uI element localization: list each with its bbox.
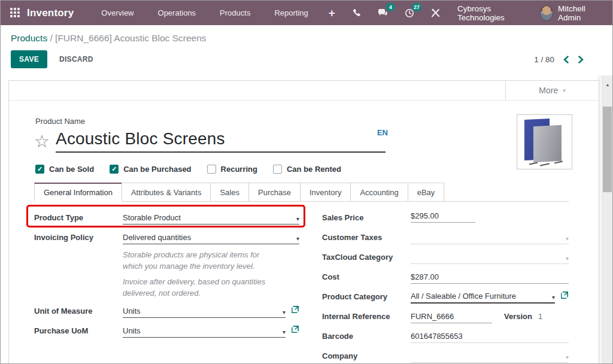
chevron-down-icon: ▾: [562, 354, 569, 360]
breadcrumb-current: [FURN_6666] Acoustic Bloc Screens: [55, 33, 206, 43]
checkbox-can-be-purchased[interactable]: Can be Purchased: [110, 165, 191, 174]
chevron-down-icon: ▾: [293, 216, 299, 222]
tab-general-information[interactable]: General Information: [34, 183, 122, 202]
purchase-uom-label: Purchase UoM: [34, 326, 123, 338]
checkbox-can-be-sold[interactable]: Can be Sold: [35, 165, 94, 174]
product-name-input[interactable]: Acoustic Bloc Screens EN: [56, 129, 386, 153]
chat-icon: [378, 8, 388, 17]
chevron-down-icon: ▾: [548, 294, 555, 301]
company-switcher[interactable]: Cybrosys Technologies: [449, 4, 540, 22]
company-select[interactable]: ▾: [411, 350, 569, 363]
product-image-foot: [540, 163, 550, 166]
plus-icon: +: [329, 7, 335, 19]
discard-button[interactable]: DISCARD: [59, 55, 93, 63]
tab-purchase[interactable]: Purchase: [248, 183, 301, 201]
tab-accounting[interactable]: Accounting: [350, 183, 408, 201]
menu-item-overview[interactable]: Overview: [89, 1, 145, 25]
product-name-value: Acoustic Bloc Screens: [56, 129, 225, 148]
chevron-down-icon: ▾: [563, 87, 566, 93]
activities-count-badge: 27: [412, 3, 421, 11]
breadcrumb-products-link[interactable]: Products: [11, 33, 47, 43]
apps-grid-icon[interactable]: [10, 8, 20, 19]
unit-of-measure-label: Unit of Measure: [34, 307, 123, 318]
save-button[interactable]: SAVE: [11, 50, 47, 68]
checkbox-recurring[interactable]: Recurring: [207, 165, 257, 174]
user-name[interactable]: Mitchell Admin: [553, 4, 605, 22]
internal-reference-label: Internal Reference: [322, 312, 411, 323]
pager-previous-button[interactable]: [563, 56, 569, 63]
chevron-down-icon: ▾: [293, 235, 299, 242]
sales-price-input[interactable]: $295.00: [411, 211, 475, 223]
checkbox-icon: [207, 165, 216, 174]
favorite-star-icon[interactable]: ☆: [34, 133, 50, 153]
vertical-scrollbar[interactable]: ▲: [602, 75, 612, 363]
scrollbar-up-arrow[interactable]: ▲: [603, 75, 612, 85]
highlight-box: Product Type Storable Product ▾: [26, 205, 305, 228]
product-image[interactable]: [517, 114, 572, 169]
product-image-foot: [529, 162, 538, 165]
menu-item-reporting[interactable]: Reporting: [262, 1, 320, 25]
quick-create-button[interactable]: +: [320, 1, 344, 25]
button-box-row: More ▾: [9, 81, 599, 101]
external-link-icon[interactable]: [560, 291, 569, 304]
app-name[interactable]: Inventory: [27, 7, 74, 19]
product-type-select[interactable]: Storable Product ▾: [123, 211, 299, 225]
activities-button[interactable]: 27: [396, 1, 423, 25]
sales-price-label: Sales Price: [322, 213, 411, 225]
menu-item-operations[interactable]: Operations: [146, 1, 208, 25]
chevron-left-icon: [563, 56, 569, 63]
chevron-right-icon: [578, 56, 584, 63]
taxcloud-category-label: TaxCloud Category: [322, 253, 411, 264]
pager-next-button[interactable]: [578, 56, 584, 63]
product-type-label: Product Type: [34, 213, 123, 225]
pager-count: 1 / 80: [534, 55, 554, 64]
more-dropdown[interactable]: More ▾: [505, 81, 599, 100]
product-form-card: More ▾ Product Name ☆ Acoustic Bloc Scre…: [8, 80, 599, 363]
invoicing-policy-label: Invoicing Policy: [34, 233, 123, 244]
checkbox-icon: [35, 165, 44, 174]
version-label: Version: [504, 312, 532, 323]
tab-attributes-variants[interactable]: Attributes & Variants: [122, 183, 211, 201]
external-link-icon[interactable]: [291, 305, 299, 318]
barcode-input[interactable]: 601647855653: [411, 330, 569, 343]
invoicing-policy-select[interactable]: Delivered quantities ▾: [123, 231, 299, 244]
tab-sales[interactable]: Sales: [210, 183, 249, 201]
notebook-tabs: General Information Attributes & Variant…: [34, 183, 569, 202]
unit-of-measure-select[interactable]: Units ▾: [123, 305, 286, 318]
breadcrumb: Products / [FURN_6666] Acoustic Bloc Scr…: [1, 25, 612, 45]
tab-ebay[interactable]: eBay: [408, 183, 445, 201]
product-image-gray-panel: [533, 125, 562, 162]
top-navbar: Inventory Overview Operations Products R…: [1, 1, 612, 25]
customer-taxes-label: Customer Taxes: [322, 233, 411, 244]
product-category-select[interactable]: All / Saleable / Office Furniture ▾: [411, 290, 555, 304]
storable-product-note: Storable products are physical items for…: [123, 250, 272, 272]
product-name-label: Product Name: [35, 117, 569, 126]
scrollbar-thumb[interactable]: [603, 107, 612, 192]
chevron-down-icon: ▾: [279, 309, 286, 316]
user-avatar[interactable]: [540, 5, 553, 21]
checkbox-icon: [110, 165, 119, 174]
barcode-label: Barcode: [322, 332, 411, 343]
sales-price-input-row: $295.00: [411, 211, 569, 225]
company-label: Company: [322, 351, 411, 363]
chevron-down-icon: ▾: [562, 235, 569, 242]
chevron-down-icon: ▾: [279, 329, 286, 335]
purchase-uom-select[interactable]: Units ▾: [123, 324, 286, 338]
internal-reference-input[interactable]: FURN_6666: [411, 312, 492, 323]
language-badge[interactable]: EN: [377, 128, 388, 137]
customer-taxes-select[interactable]: ▾: [411, 231, 569, 244]
content-area: ▲ More ▾ Product Name ☆ Acoustic Bl: [1, 75, 612, 363]
product-category-label: Product Category: [322, 292, 411, 304]
voip-button[interactable]: [344, 1, 369, 25]
checkbox-can-be-rented[interactable]: Can be Rented: [273, 165, 341, 174]
more-label: More: [539, 86, 558, 95]
debug-tools-button[interactable]: [423, 1, 449, 25]
external-link-icon[interactable]: [291, 325, 299, 338]
cost-label: Cost: [322, 272, 411, 284]
messages-button[interactable]: 4: [369, 1, 396, 25]
taxcloud-category-select[interactable]: ▾: [411, 251, 569, 264]
phone-icon: [352, 8, 361, 17]
menu-item-products[interactable]: Products: [208, 1, 262, 25]
tab-inventory[interactable]: Inventory: [300, 183, 351, 201]
cost-input[interactable]: $287.00: [411, 271, 569, 284]
